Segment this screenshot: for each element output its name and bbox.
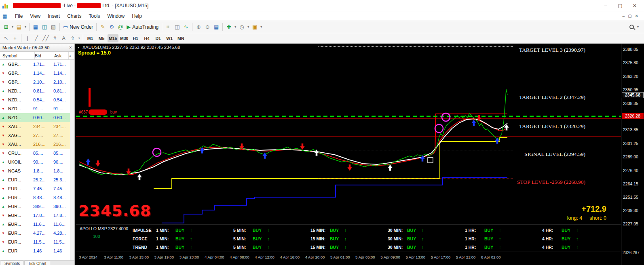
signal-value: BUY <box>175 236 190 241</box>
chart-canvas[interactable]: ▾ XAUUSD,M15 2327.45 2353.92 2327.45 234… <box>76 44 621 265</box>
price-direction-icon: ▼ <box>2 107 8 111</box>
market-watch-row[interactable]: ▲ EUR... 25.2... 25.3... <box>0 175 70 184</box>
menu-item[interactable]: Help <box>128 13 146 20</box>
market-watch-scrollbar[interactable] <box>70 60 74 260</box>
timeframe-button[interactable]: D1 <box>153 34 164 42</box>
bid-value: 25.2... <box>33 177 53 182</box>
market-watch-toggle-button[interactable]: ▦ <box>31 22 40 32</box>
market-watch-row[interactable]: ▼ XAU... 216.... 216.... <box>0 140 70 149</box>
timeframe-button[interactable]: H4 <box>141 34 152 42</box>
fibonacci-tool-button[interactable]: # <box>51 34 59 43</box>
timeframe-button[interactable]: M30 <box>119 34 130 42</box>
chart-close-icon[interactable]: ✕ <box>635 14 638 18</box>
menu-item[interactable]: Insert <box>44 13 63 20</box>
zoom-out-button[interactable]: ⊖ <box>203 22 212 32</box>
menu-item[interactable]: Tools <box>85 13 104 20</box>
market-watch-row[interactable]: ▲ EUR 1.46 1.46 <box>0 246 70 255</box>
vertical-line-tool-button[interactable]: | <box>23 34 32 43</box>
market-watch-row[interactable]: ▲ EUR... 8.48... 8.48... <box>0 193 70 202</box>
search-button[interactable] <box>627 22 636 32</box>
market-watch-row[interactable]: ▼ NGAS 1.8... 1.8... <box>0 166 70 175</box>
periods-caret-icon[interactable]: ▾ <box>246 22 250 32</box>
scroll-up-icon[interactable]: ▲ <box>69 52 74 59</box>
market-watch-row[interactable]: ▼ EUR... 17.8... 17.8... <box>0 211 70 220</box>
market-watch-close-icon[interactable]: ✕ <box>69 46 72 50</box>
market-watch-column-header: Symbol Bid Ask ▲ <box>0 52 74 60</box>
chart-bars-button[interactable]: ≡ <box>164 22 173 32</box>
new-chart-button[interactable]: ⊞ <box>2 22 11 32</box>
market-watch-row[interactable]: ▼ XAG... 27.... 27.... <box>0 131 70 140</box>
line-studies-toolbar: ↖ + | ╱ ╱╱ # A ⇧ ▾ M1M5M15M30H1H4D1W1MN <box>0 33 644 44</box>
profit-value: +712.9 <box>567 204 606 214</box>
profiles-button[interactable]: ▤ <box>15 22 23 32</box>
new-chart-caret-icon[interactable]: ▾ <box>11 22 15 32</box>
market-watch-row[interactable]: ▼ GBP... 1.14... 1.14... <box>0 69 70 78</box>
timeframe-button[interactable]: M1 <box>85 34 96 42</box>
column-ask: Ask <box>54 52 69 59</box>
timeframe-button[interactable]: MN <box>175 34 186 42</box>
tile-windows-button[interactable]: ▦ <box>212 22 221 32</box>
crosshair-tool-button[interactable]: + <box>11 34 19 43</box>
tab-tick-chart[interactable]: Tick Chart <box>24 261 50 265</box>
bid-value: 1.46 <box>33 248 53 253</box>
arrows-tool-button[interactable]: ⇧ <box>68 34 77 43</box>
bid-value: 216.... <box>33 142 53 147</box>
tab-symbols[interactable]: Symbols <box>1 261 23 265</box>
arrows-tool-caret-icon[interactable]: ▾ <box>77 34 81 43</box>
new-order-button[interactable]: ▭ New Order <box>61 22 95 32</box>
cursor-tool-button[interactable]: ↖ <box>2 34 11 43</box>
signal-cell: 1 HR:BUY↑ <box>465 245 542 250</box>
market-watch-row[interactable]: ▲ NZD... 0.60... 0.60... <box>0 113 70 122</box>
periods-button[interactable]: ◷ <box>237 22 246 32</box>
chart-line-button[interactable]: ∿ <box>182 22 190 32</box>
templates-button[interactable]: ▣ <box>250 22 259 32</box>
menu-item[interactable]: Charts <box>63 13 85 20</box>
maximize-button[interactable]: ▢ <box>613 1 627 10</box>
timeframe-button[interactable]: M15 <box>108 34 118 42</box>
indicators-button[interactable]: ✚ <box>224 22 233 32</box>
profiles-caret-icon[interactable]: ▾ <box>23 22 27 32</box>
time-axis[interactable]: 3 Apr 20243 Apr 11:003 Apr 15:003 Apr 19… <box>76 252 621 261</box>
timeframe-button[interactable]: M5 <box>96 34 107 42</box>
options-button[interactable]: ⚙ <box>107 22 116 32</box>
indicators-caret-icon[interactable]: ▾ <box>233 22 237 32</box>
market-watch-row[interactable]: ▼ EUR... 11.5... 11.5... <box>0 238 70 246</box>
price-scale[interactable]: 2388.052375.802363.202350.952338.352313.… <box>621 44 644 265</box>
timeframe-button[interactable]: W1 <box>164 34 175 42</box>
data-window-toggle-button[interactable]: ◫ <box>40 22 49 32</box>
autotrading-button[interactable]: ▶ AutoTrading <box>125 22 160 32</box>
chart-minimize-icon[interactable]: – <box>623 14 625 18</box>
chart-candlesticks-button[interactable]: ◫ <box>173 22 182 32</box>
menu-item[interactable]: View <box>26 13 44 20</box>
menu-item[interactable]: Window <box>104 13 129 20</box>
close-button[interactable]: ✕ <box>628 1 642 10</box>
market-watch-row[interactable]: ▲ GBP... 1.71... 1.71... <box>0 60 70 69</box>
market-watch-row[interactable]: ▲ UKOIL 90.... 90.... <box>0 158 70 166</box>
market-watch-row[interactable]: ▲ EUR... 11.6... 11.6... <box>0 220 70 229</box>
community-button[interactable]: @ <box>116 22 125 32</box>
market-watch-row[interactable]: ▲ EUR... 389.... 390.... <box>0 202 70 211</box>
market-watch-row[interactable]: ▼ NZD... 91.... 91.... <box>0 104 70 113</box>
metaeditor-button[interactable]: ✎ <box>98 22 107 32</box>
toolbar-overflow-caret-icon[interactable]: ▾ <box>636 22 640 32</box>
market-watch-row[interactable]: ▼ EUR... 7.45... 7.45... <box>0 184 70 193</box>
navigator-toggle-button[interactable]: ▧ <box>49 22 58 32</box>
zoom-in-button[interactable]: ⊕ <box>194 22 203 32</box>
text-tool-button[interactable]: A <box>59 34 68 43</box>
market-watch-row[interactable]: ▼ NZD... 0.54... 0.54... <box>0 95 70 104</box>
minimize-button[interactable]: – <box>599 1 612 10</box>
trendline-tool-button[interactable]: ╱ <box>32 34 41 43</box>
templates-caret-icon[interactable]: ▾ <box>259 22 263 32</box>
new-order-icon: ▭ <box>63 24 68 30</box>
market-watch-row[interactable]: ▼ GBP... 2.10... 2.10... <box>0 78 70 86</box>
menu-item[interactable]: File <box>11 13 26 20</box>
timeframe-button[interactable]: H1 <box>130 34 141 42</box>
profit-summary: +712.9 long: 4 short: 0 <box>567 204 606 221</box>
symbol-name: NZD... <box>8 88 33 93</box>
channel-tool-button[interactable]: ╱╱ <box>41 34 51 43</box>
market-watch-row[interactable]: ▼ EUR... 4.27... 4.28... <box>0 229 70 238</box>
market-watch-row[interactable]: ▼ XAU... 234.... 234.... <box>0 122 70 131</box>
market-watch-row[interactable]: ▲ NZD... 0.81... 0.81... <box>0 86 70 95</box>
market-watch-row[interactable]: ▼ CRU... 85.... 85.... <box>0 149 70 158</box>
chart-restore-icon[interactable]: ▢ <box>628 14 631 18</box>
